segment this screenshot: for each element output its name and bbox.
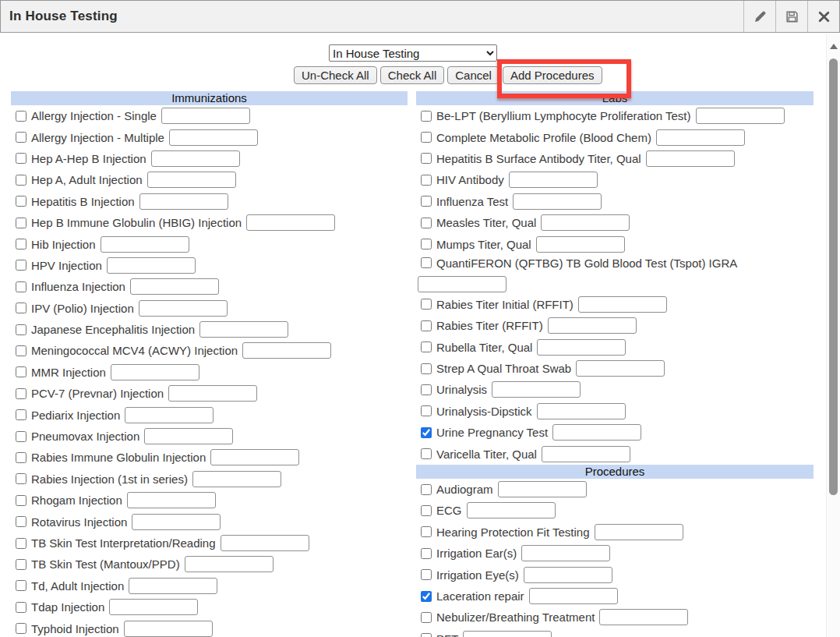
item-checkbox[interactable] [421, 505, 432, 516]
item-value-input[interactable] [537, 403, 626, 419]
item-checkbox[interactable] [16, 409, 26, 420]
item-checkbox[interactable] [16, 260, 26, 271]
check-all-button[interactable]: Check All [380, 66, 445, 84]
item-value-input[interactable] [529, 588, 618, 604]
item-checkbox[interactable] [16, 495, 26, 506]
item-value-input[interactable] [129, 578, 217, 594]
item-value-input[interactable] [595, 524, 683, 540]
item-value-input[interactable] [111, 364, 199, 380]
item-value-input[interactable] [537, 339, 626, 356]
vertical-scrollbar[interactable] [826, 34, 840, 637]
item-value-input[interactable] [161, 108, 250, 124]
item-value-input[interactable] [492, 381, 581, 398]
item-checkbox[interactable] [16, 303, 26, 313]
scroll-up-arrow-icon[interactable] [830, 44, 838, 49]
item-checkbox[interactable] [421, 175, 432, 186]
item-checkbox[interactable] [421, 153, 432, 164]
item-checkbox[interactable] [421, 342, 432, 352]
item-value-input[interactable] [210, 449, 299, 465]
item-value-input[interactable] [242, 342, 331, 359]
item-value-input[interactable] [498, 481, 587, 497]
uncheck-all-button[interactable]: Un-Check All [294, 66, 377, 84]
add-procedures-button[interactable]: Add Procedures [503, 66, 602, 84]
item-value-input[interactable] [221, 535, 309, 551]
item-checkbox[interactable] [16, 218, 26, 228]
item-checkbox[interactable] [16, 132, 26, 143]
item-checkbox[interactable] [421, 299, 432, 310]
item-checkbox[interactable] [421, 384, 432, 395]
save-button[interactable] [775, 1, 807, 32]
item-checkbox[interactable] [421, 526, 432, 537]
item-checkbox[interactable] [421, 132, 432, 143]
item-value-input[interactable] [130, 278, 219, 295]
item-checkbox[interactable] [16, 559, 26, 570]
item-checkbox[interactable] [16, 602, 26, 613]
item-checkbox[interactable] [16, 516, 26, 527]
item-value-input[interactable] [548, 317, 637, 334]
item-value-input[interactable] [418, 276, 506, 292]
item-checkbox[interactable] [421, 218, 432, 228]
item-checkbox[interactable] [421, 612, 432, 623]
item-value-input[interactable] [542, 446, 630, 462]
item-checkbox[interactable] [421, 111, 432, 122]
item-value-input[interactable] [151, 150, 240, 167]
cancel-button[interactable]: Cancel [447, 66, 499, 84]
item-value-input[interactable] [169, 129, 258, 146]
item-checkbox[interactable] [421, 320, 432, 331]
item-checkbox[interactable] [421, 427, 432, 438]
item-value-input[interactable] [127, 492, 216, 508]
item-value-input[interactable] [139, 300, 228, 317]
item-checkbox[interactable] [16, 366, 26, 377]
item-value-input[interactable] [124, 621, 213, 637]
item-value-input[interactable] [185, 556, 274, 572]
item-value-input[interactable] [541, 214, 630, 231]
item-checkbox[interactable] [421, 484, 432, 495]
item-value-input[interactable] [467, 502, 556, 518]
item-checkbox[interactable] [16, 324, 26, 335]
item-checkbox[interactable] [16, 431, 26, 442]
item-checkbox[interactable] [16, 538, 26, 549]
item-checkbox[interactable] [16, 239, 26, 249]
item-value-input[interactable] [599, 609, 688, 625]
item-value-input[interactable] [656, 129, 745, 146]
item-checkbox[interactable] [421, 591, 432, 602]
item-value-input[interactable] [144, 428, 233, 444]
item-value-input[interactable] [107, 257, 196, 274]
item-value-input[interactable] [576, 360, 665, 377]
item-value-input[interactable] [696, 108, 785, 124]
item-value-input[interactable] [147, 172, 236, 188]
item-checkbox[interactable] [421, 196, 432, 207]
item-checkbox[interactable] [421, 633, 432, 637]
item-value-input[interactable] [536, 236, 625, 253]
item-value-input[interactable] [199, 321, 288, 338]
close-button[interactable] [807, 1, 839, 32]
category-dropdown[interactable]: In House Testing [329, 44, 497, 62]
item-checkbox[interactable] [421, 257, 432, 268]
item-value-input[interactable] [192, 471, 281, 487]
item-checkbox[interactable] [16, 345, 26, 356]
item-value-input[interactable] [463, 631, 552, 637]
item-value-input[interactable] [101, 236, 189, 253]
item-value-input[interactable] [132, 514, 221, 530]
item-checkbox[interactable] [16, 623, 26, 634]
item-checkbox[interactable] [16, 196, 26, 207]
item-checkbox[interactable] [16, 153, 26, 164]
item-value-input[interactable] [246, 214, 335, 231]
edit-button[interactable] [743, 1, 775, 32]
item-checkbox[interactable] [16, 175, 26, 186]
item-checkbox[interactable] [421, 405, 432, 416]
item-value-input[interactable] [109, 599, 198, 615]
item-value-input[interactable] [552, 424, 641, 441]
item-checkbox[interactable] [421, 569, 432, 580]
item-checkbox[interactable] [16, 473, 26, 484]
item-checkbox[interactable] [16, 580, 26, 591]
item-value-input[interactable] [509, 172, 598, 188]
item-checkbox[interactable] [421, 548, 432, 559]
item-value-input[interactable] [125, 407, 214, 423]
item-checkbox[interactable] [421, 363, 432, 374]
item-value-input[interactable] [646, 150, 735, 167]
item-value-input[interactable] [521, 545, 610, 561]
item-checkbox[interactable] [421, 239, 432, 249]
item-value-input[interactable] [139, 193, 228, 210]
item-value-input[interactable] [513, 193, 602, 210]
